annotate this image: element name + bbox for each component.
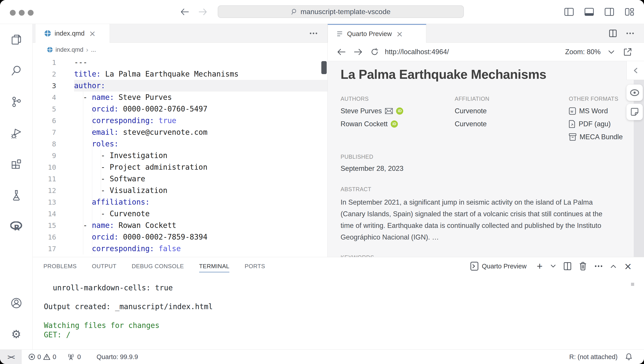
open-external-icon[interactable] (624, 48, 632, 56)
code-line[interactable]: 4 - name: Steve Purves (33, 92, 327, 103)
preview-reload-icon[interactable] (370, 48, 378, 56)
code-line[interactable]: 3author: (33, 80, 327, 92)
breadcrumb-more[interactable]: ... (91, 46, 96, 53)
remote-indicator-icon[interactable]: >< (0, 350, 22, 364)
history-back-icon[interactable] (180, 8, 189, 16)
close-icon[interactable]: × (396, 29, 403, 39)
email-icon[interactable] (385, 108, 393, 114)
preview-url[interactable]: http://localhost:4964/ (385, 48, 449, 56)
code-line[interactable]: 8 roles: (33, 138, 327, 150)
search-view-icon[interactable] (0, 55, 32, 86)
editor-scrollbar-thumb[interactable] (321, 61, 327, 74)
note-button[interactable] (626, 104, 643, 120)
preview-tabbar: Quarto Preview × (328, 24, 644, 43)
forwarded-ports-status[interactable]: 0 (67, 353, 81, 361)
code-line[interactable]: 17 corresponding: false (33, 243, 327, 254)
problems-status[interactable]: 0 0 (28, 353, 56, 361)
search-icon (291, 8, 298, 15)
settings-gear-icon[interactable]: ⚙ (0, 318, 32, 350)
code-line[interactable]: 5 orcid: 0000-0002-0760-5497 (33, 103, 327, 115)
command-center-search[interactable]: manuscript-template-vscode (218, 5, 464, 18)
window-zoom-icon[interactable] (28, 10, 34, 16)
code-line[interactable]: 1--- (33, 57, 327, 68)
quarto-file-icon (47, 47, 53, 53)
toc-eye-button[interactable] (626, 84, 643, 101)
breadcrumb[interactable]: index.qmd › ... (33, 43, 327, 57)
history-forward-icon[interactable] (198, 8, 207, 16)
chevron-down-icon[interactable] (608, 50, 614, 54)
tab-debug-console[interactable]: DEBUG CONSOLE (132, 257, 184, 275)
abstract-text: In September 2021, a significant jump in… (340, 197, 612, 243)
code-line[interactable]: 2title: La Palma Earthquake Mechanisms (33, 68, 327, 80)
code-line[interactable]: 6 corresponding: true (33, 115, 327, 127)
r-session-status[interactable]: R: (not attached) (569, 353, 618, 361)
code-line[interactable]: 9 - Investigation (33, 150, 327, 161)
orcid-icon[interactable]: iD (391, 120, 398, 128)
customize-layout-icon[interactable] (625, 8, 634, 16)
terminal-scrollbar[interactable] (631, 283, 634, 286)
accounts-icon[interactable] (0, 287, 32, 318)
split-editor-icon[interactable] (609, 30, 617, 37)
source-control-icon[interactable] (0, 86, 32, 117)
panel-more-actions-icon[interactable] (594, 265, 602, 267)
kill-terminal-trash-icon[interactable] (579, 262, 586, 270)
code-line[interactable]: 16 orcid: 0000-0002-7859-8394 (33, 231, 327, 243)
orcid-icon[interactable]: iD (396, 108, 403, 115)
broadcast-icon (67, 353, 75, 360)
close-panel-icon[interactable]: × (624, 261, 632, 272)
maximize-panel-icon[interactable] (611, 265, 616, 268)
notifications-bell-icon[interactable] (625, 353, 632, 361)
more-actions-icon[interactable] (626, 32, 634, 35)
extensions-icon[interactable] (0, 148, 32, 180)
zoom-level[interactable]: Zoom: 80% (565, 48, 600, 56)
split-terminal-icon[interactable] (564, 262, 571, 270)
format-label[interactable]: PDF (agu) (579, 120, 611, 128)
code-line[interactable]: 11 - Software (33, 173, 327, 185)
breadcrumb-file[interactable]: index.qmd (56, 46, 84, 53)
explorer-icon[interactable] (0, 24, 32, 55)
article: La Palma Earthquake Mechanisms AUTHORS S… (328, 61, 644, 257)
terminal-session[interactable]: Quarto Preview (470, 261, 529, 271)
toggle-panel-icon[interactable] (584, 8, 594, 16)
quarto-version-status[interactable]: Quarto: 99.9.9 (96, 353, 138, 361)
tab-index-qmd[interactable]: index.qmd × (35, 24, 110, 43)
new-terminal-icon[interactable]: + (537, 261, 543, 272)
format-label[interactable]: MECA Bundle (580, 133, 623, 141)
chevron-down-icon[interactable] (551, 265, 556, 268)
tab-ports[interactable]: PORTS (244, 257, 265, 275)
testing-icon[interactable] (0, 180, 32, 211)
tab-problems[interactable]: PROBLEMS (44, 257, 77, 275)
tab-terminal[interactable]: TERMINAL (199, 257, 229, 275)
r-language-icon[interactable]: R (0, 211, 32, 242)
format-row[interactable]: PDF (agu) (569, 120, 644, 128)
authors-header: AUTHORS (340, 96, 455, 102)
terminal-output[interactable]: unroll-markdown-cells: true Output creat… (33, 275, 644, 350)
tab-output[interactable]: OUTPUT (92, 257, 116, 275)
window-traffic-lights[interactable] (10, 10, 34, 16)
line-number: 5 (33, 103, 56, 115)
close-icon[interactable]: × (89, 29, 96, 38)
editor-more-actions-icon[interactable] (310, 32, 318, 35)
code-line[interactable]: 12 - Visualization (33, 185, 327, 196)
affiliation-row: Curvenote (455, 120, 569, 128)
code-text: title: La Palma Earthquake Mechanisms (74, 68, 327, 80)
preview-forward-icon[interactable] (354, 49, 362, 55)
format-row[interactable]: MECA Bundle (569, 133, 644, 141)
format-label[interactable]: MS Word (579, 107, 608, 115)
ports-count: 0 (77, 353, 81, 361)
toggle-primary-sidebar-icon[interactable] (564, 8, 574, 16)
window-minimize-icon[interactable] (19, 10, 24, 16)
window-close-icon[interactable] (10, 10, 16, 16)
code-line[interactable]: 7 email: steve@curvenote.com (33, 127, 327, 138)
code-line[interactable]: 14 - Curvenote (33, 208, 327, 220)
article-title: La Palma Earthquake Mechanisms (340, 67, 644, 82)
tab-quarto-preview[interactable]: Quarto Preview × (328, 24, 426, 43)
preview-back-icon[interactable] (338, 49, 346, 55)
toggle-secondary-sidebar-icon[interactable] (604, 8, 614, 16)
code-editor[interactable]: 1---2title: La Palma Earthquake Mechanis… (33, 57, 327, 257)
run-debug-icon[interactable] (0, 117, 32, 148)
collapse-sidebar-handle[interactable] (626, 61, 644, 80)
code-line[interactable]: 15 - name: Rowan Cockett (33, 220, 327, 231)
code-line[interactable]: 13 affiliations: (33, 196, 327, 208)
code-line[interactable]: 10 - Project administration (33, 161, 327, 173)
